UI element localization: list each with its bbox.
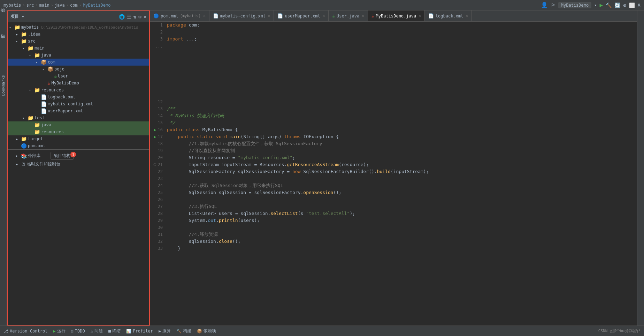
code-line-19: //可以直接从官网复制 <box>166 147 637 154</box>
tree-item-resources[interactable]: ▾ 📁 resources <box>8 87 149 94</box>
tree-item-logback[interactable]: ▶ 📄 logback.xml <box>8 94 149 100</box>
tree-item-pojo[interactable]: ▾ 📦 pojo <box>8 66 149 73</box>
todo-label: TODO <box>75 329 85 334</box>
line-numbers: 1 2 3 ... 12 13 14 15 ▶ 16 <box>150 22 166 326</box>
user-icon[interactable]: 👤 <box>541 2 548 8</box>
breadcrumb-mybatisdemo[interactable]: MyBatisDemo <box>83 3 110 8</box>
tab-pom[interactable]: 🔵 pom.xml (mybatis) ✕ <box>150 10 209 22</box>
left-tab-structure[interactable]: 结构 <box>0 39 7 44</box>
panel-close-icon[interactable]: ✕ <box>144 14 146 20</box>
status-terminal[interactable]: ■ 终结 <box>108 328 121 334</box>
tree-item-mybatisdemo[interactable]: ▶ ☕ MyBatisDemo <box>8 80 149 87</box>
tree-item-test-java[interactable]: ▶ 📁 java <box>8 121 149 128</box>
project-name-display[interactable]: MyBatisDemo <box>558 2 591 8</box>
tab-close-usermapper[interactable]: ✕ <box>323 14 325 18</box>
tab-mybatisdemo[interactable]: ☕ MyBatisDemo.java ✕ <box>368 10 425 22</box>
line-26: 26 <box>150 196 163 203</box>
run-button[interactable]: ▶ <box>599 2 603 8</box>
tab-logback[interactable]: 📄 logback.xml ✕ <box>425 10 472 22</box>
tree-label-user: User <box>58 74 68 79</box>
build-icon[interactable]: 🔨 <box>606 2 612 8</box>
tree-arrow-java: ▾ <box>29 53 33 57</box>
panel-settings-icon[interactable]: ⚙ <box>138 14 141 20</box>
code-line-17: public static void main (String[] args) … <box>166 133 637 140</box>
status-problems[interactable]: ⚠ 问题 <box>91 328 103 334</box>
left-tab-project[interactable]: 项目 <box>0 12 7 18</box>
expand-icon[interactable]: ⬜ <box>629 2 635 8</box>
tree-label-test-resources: resources <box>41 129 64 134</box>
breadcrumb-com[interactable]: com <box>70 3 78 8</box>
dropdown-arrow[interactable]: ▾ <box>594 3 597 8</box>
breadcrumb-mybatis[interactable]: mybatis <box>3 3 21 8</box>
panel-sort-icon[interactable]: ⇅ <box>133 14 136 20</box>
status-build[interactable]: 🔨 构建 <box>176 328 191 334</box>
status-services[interactable]: ▶ 服务 <box>159 328 171 334</box>
code-line-26 <box>166 196 637 203</box>
tab-close-user[interactable]: ✕ <box>362 14 364 18</box>
tab-usermapper[interactable]: 📄 userMapper.xml ✕ <box>274 10 329 22</box>
folder-icon-main: 📁 <box>28 45 33 51</box>
code-line-20: String resource = "mybatis-config.xml" ; <box>166 154 637 161</box>
tree-item-java[interactable]: ▾ 📁 java <box>8 52 149 59</box>
tree-label-src: src <box>28 39 36 44</box>
tree-label-logback: logback.xml <box>48 95 75 99</box>
code-line-30 <box>166 224 637 231</box>
tree-item-pom[interactable]: ▶ 🔵 pom.xml <box>8 142 149 149</box>
tab-icon-logback: 📄 <box>428 13 434 18</box>
tree-label-com: com <box>48 60 55 65</box>
tree-item-external-libs[interactable]: ▶ 📚 外部库 1 项目结构 <box>8 151 149 160</box>
sync-icon[interactable]: 🔄 <box>614 2 620 8</box>
code-content: 1 2 3 ... 12 13 14 15 ▶ 16 <box>150 22 637 326</box>
run-gutter-17[interactable]: ▶ <box>152 133 156 140</box>
tab-mybatis-config[interactable]: 📄 mybatis-config.xml ✕ <box>209 10 274 22</box>
code-line-27: //3.执行SQL <box>166 203 637 210</box>
left-tab-bookmarks[interactable]: Bookmarks <box>0 72 7 99</box>
panel-dropdown[interactable]: ▾ <box>22 14 24 19</box>
status-version-control[interactable]: ⎇ Version Control <box>3 329 47 334</box>
status-profiler[interactable]: 📊 Profiler <box>126 329 153 334</box>
vc-label: Version Control <box>10 329 47 334</box>
tab-close-mybatisdemo[interactable]: ✕ <box>419 14 421 18</box>
tree-item-target[interactable]: ▶ 📁 target <box>8 135 149 142</box>
status-todo[interactable]: ☑ TODO <box>71 329 85 334</box>
tree-item-src[interactable]: ▾ 📁 src <box>8 38 149 45</box>
tab-user[interactable]: ☕ User.java ✕ <box>329 10 368 22</box>
tree-label-resources: resources <box>41 88 64 92</box>
status-run[interactable]: ▶ 运行 <box>53 328 65 334</box>
tree-label-pom: pom.xml <box>28 143 46 148</box>
tree-arrow-idea: ▶ <box>16 32 20 36</box>
tab-close-pom[interactable]: ✕ <box>203 14 206 18</box>
tree-item-idea[interactable]: ▶ 📁 .idea <box>8 31 149 38</box>
tree-item-temp-files[interactable]: ▶ 🖥 临时文件和控制台 <box>8 160 149 168</box>
problems-label: 问题 <box>94 328 103 334</box>
settings-icon[interactable]: ⚙ <box>623 2 626 8</box>
tree-item-user[interactable]: ▶ ☕ User <box>8 73 149 80</box>
tree-item-root[interactable]: ▾ 📁 mybatis D:\29128\Workspaces\IDEA_wor… <box>8 24 149 31</box>
tree-item-usermapper[interactable]: ▶ 📄 userMapper.xml <box>8 107 149 114</box>
folder-icon-test-resources: 📁 <box>34 129 40 135</box>
tree-item-com[interactable]: ▾ 📦 com <box>8 59 149 66</box>
breadcrumb-java[interactable]: java <box>55 3 65 8</box>
panel-list-icon[interactable]: ☰ <box>127 14 131 20</box>
line-13: 13 <box>150 105 163 112</box>
breadcrumb-main[interactable]: main <box>39 3 49 8</box>
tree-item-test[interactable]: ▾ 📁 test <box>8 114 149 121</box>
status-deps[interactable]: 📦 依赖项 <box>197 328 216 334</box>
tab-close-logback[interactable]: ✕ <box>466 14 468 18</box>
run-gutter-16[interactable]: ▶ <box>152 126 156 133</box>
flag-icon[interactable]: 🏳 <box>551 2 555 8</box>
code-line-12 <box>166 98 637 105</box>
translate-icon[interactable]: A <box>638 2 641 8</box>
tree-item-main[interactable]: ▾ 📁 main <box>8 45 149 52</box>
tab-icon-usermapper: 📄 <box>277 13 283 18</box>
left-tabs: 项目 结构 Bookmarks <box>0 10 7 326</box>
panel-globe-icon[interactable]: 🌐 <box>119 14 125 20</box>
code-lines[interactable]: package com; import ...; /** * MyB <box>166 22 637 326</box>
tree-item-test-resources[interactable]: ▶ 📁 resources <box>8 128 149 135</box>
tree-item-mybatis-config[interactable]: ▶ 📄 mybatis-config.xml <box>8 100 149 107</box>
code-line-31: //4.释放资源 <box>166 231 637 238</box>
bottom-tree-items: ▶ 📚 外部库 1 项目结构 ▶ 🖥 临时文件和控制台 <box>8 149 149 169</box>
tab-close-mybatis-config[interactable]: ✕ <box>268 14 270 18</box>
breadcrumb-src[interactable]: src <box>26 3 34 8</box>
vc-icon: ⎇ <box>3 329 8 334</box>
